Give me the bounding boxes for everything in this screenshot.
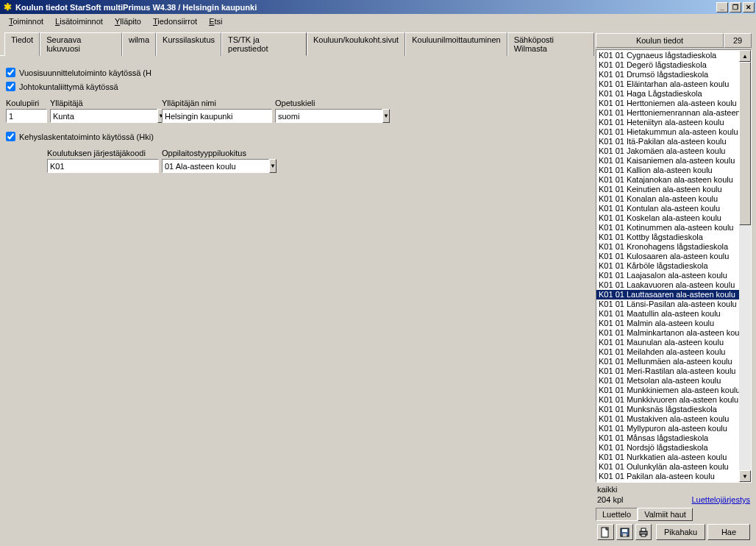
list-item[interactable]: K01 01 Mustakiven ala-asteen koulu xyxy=(596,414,739,424)
combo-opetuskieli[interactable] xyxy=(275,109,382,123)
tab-kurssilaskutus[interactable]: Kurssilaskutus xyxy=(156,32,221,56)
content-pane: TiedotSeuraava lukuvuosiwilmaKurssilasku… xyxy=(0,29,594,546)
minitab-luettelo[interactable]: Luettelo xyxy=(596,508,638,521)
list-item[interactable]: K01 01 Oulunkylän ala-asteen koulu xyxy=(596,462,739,472)
list-item[interactable]: K01 01 Cygnaeus lågstadieskola xyxy=(596,51,739,60)
combo-oppilaitos[interactable] xyxy=(162,159,269,173)
list-item[interactable]: K01 01 Meri-Rastilan ala-asteen koulu xyxy=(596,366,739,376)
close-button[interactable]: ✕ xyxy=(743,2,755,13)
svg-rect-2 xyxy=(622,529,627,532)
menu-etsi[interactable]: Etsi xyxy=(203,15,228,27)
list-item[interactable]: K01 01 Malminkartanon ala-asteen koulu xyxy=(596,328,739,338)
input-koulupiiri[interactable] xyxy=(6,109,47,123)
list-item[interactable]: K01 01 Drumsö lågstadieskola xyxy=(596,70,739,79)
pikahaku-button[interactable]: Pikahaku xyxy=(656,524,705,540)
label-oppilaitos: Oppilaitostyyppiluokitus xyxy=(162,149,271,157)
tab-ts-tk-ja-perustiedot[interactable]: TS/TK ja perustiedot xyxy=(221,32,307,56)
list-item[interactable]: K01 01 Länsi-Pasilan ala-asteen koulu xyxy=(596,299,739,309)
list-item[interactable]: K01 01 Kallion ala-asteen koulu xyxy=(596,166,739,175)
list-item[interactable]: K01 01 Laajasalon ala-asteen koulu xyxy=(596,271,739,280)
link-luettelojarjestys[interactable]: Luettelojärjestys xyxy=(692,495,751,504)
chevron-down-icon[interactable]: ▼ xyxy=(382,109,390,123)
list-item[interactable]: K01 01 Kulosaaren ala-asteen koulu xyxy=(596,252,739,261)
tab-seuraava-lukuvuosi[interactable]: Seuraava lukuvuosi xyxy=(40,32,122,56)
list-item[interactable]: K01 01 Maatullin ala-asteen koulu xyxy=(596,309,739,319)
scroll-down-icon[interactable]: ▼ xyxy=(739,470,751,482)
new-doc-icon[interactable] xyxy=(597,524,614,540)
list-item[interactable]: K01 01 Haga Lågstadieskola xyxy=(596,89,739,99)
chk-johtokunta-label: Johtokuntaliittymä käytössä xyxy=(19,82,118,91)
label-koulupiiri: Koulupiiri xyxy=(6,99,47,107)
list-item[interactable]: K01 01 Lauttasaaren ala-asteen koulu xyxy=(596,290,739,299)
input-yllapitajan-nimi[interactable] xyxy=(162,109,272,123)
list-item[interactable]: K01 01 Munkkivuoren ala-asteen koulu xyxy=(596,395,739,405)
chk-johtokunta[interactable] xyxy=(6,82,15,91)
list-item[interactable]: K01 01 Degerö lågstadieskola xyxy=(596,60,739,70)
svg-rect-5 xyxy=(641,528,646,531)
chk-kehyslaskenta-label: Kehyslaskentatoiminto käytössä (Hki) xyxy=(19,132,154,141)
list-item[interactable]: K01 01 Mellunmäen ala-asteen koulu xyxy=(596,357,739,366)
list-item[interactable]: K01 01 Kaisaniemen ala-asteen koulu xyxy=(596,156,739,166)
list-item[interactable]: K01 01 Katajanokan ala-asteen koulu xyxy=(596,175,739,185)
list-item[interactable]: K01 01 Heteniityn ala-asteen koulu xyxy=(596,118,739,127)
menu-yllapito[interactable]: Ylläpito xyxy=(109,15,147,27)
school-listbox[interactable]: K01 01 Cygnaeus lågstadieskolaK01 01 Deg… xyxy=(596,49,752,483)
label-opetuskieli: Opetuskieli xyxy=(275,99,384,107)
list-item[interactable]: K01 01 Malmin ala-asteen koulu xyxy=(596,319,739,328)
list-item[interactable]: K01 01 Kårböle lågstadieskola xyxy=(596,261,739,271)
menu-tiedonsiirrot[interactable]: Tiedonsiirrot xyxy=(147,15,203,27)
list-item[interactable]: K01 01 Jakomäen ala-asteen koulu xyxy=(596,146,739,156)
list-item[interactable]: K01 01 Maunulan ala-asteen koulu xyxy=(596,338,739,347)
list-item[interactable]: K01 01 Pakilan ala-asteen koulu xyxy=(596,472,739,481)
list-item[interactable]: K01 01 Meilahden ala-asteen koulu xyxy=(596,347,739,357)
tab-kouluunilmoittautuminen[interactable]: Kouluunilmoittautuminen xyxy=(405,32,507,56)
chk-kehyslaskenta[interactable] xyxy=(6,132,15,141)
minimize-button[interactable]: _ xyxy=(716,2,728,13)
list-item[interactable]: K01 01 Itä-Pakilan ala-asteen koulu xyxy=(596,137,739,146)
list-item[interactable]: K01 01 Herttoniemenrannan ala-asteen k xyxy=(596,108,739,118)
menu-toiminnot[interactable]: Toiminnot xyxy=(3,15,49,27)
scroll-thumb[interactable] xyxy=(739,62,751,225)
list-item[interactable]: K01 01 Laakavuoren ala-asteen koulu xyxy=(596,280,739,290)
titlebar: ✱ Koulun tiedot StarSoft multiPrimus W4.… xyxy=(0,0,756,14)
list-item[interactable]: K01 01 Konalan ala-asteen koulu xyxy=(596,194,739,204)
side-panel-count: 29 xyxy=(724,33,752,48)
list-item[interactable]: K01 01 Munksnäs lågstadieskola xyxy=(596,405,739,414)
save-icon[interactable] xyxy=(616,524,633,540)
list-item[interactable]: K01 01 Kronohagens lågstadieskola xyxy=(596,242,739,252)
list-item[interactable]: K01 01 Nurkkatien ala-asteen koulu xyxy=(596,453,739,462)
list-item[interactable]: K01 01 Munkkiniemen ala-asteen koulu xyxy=(596,386,739,395)
scroll-up-icon[interactable]: ▲ xyxy=(739,50,751,62)
tab-wilma[interactable]: wilma xyxy=(122,32,156,56)
chk-vuosisuunnittelu[interactable] xyxy=(6,68,15,77)
menu-lisatoiminnot[interactable]: Lisätoiminnot xyxy=(49,15,109,27)
combo-yllapitaja[interactable] xyxy=(50,109,157,123)
list-item[interactable]: K01 01 Hietakummun ala-asteen koulu xyxy=(596,127,739,137)
list-item[interactable]: K01 01 Keinutien ala-asteen koulu xyxy=(596,185,739,194)
list-item[interactable]: K01 01 Kotinummen ala-asteen koulu xyxy=(596,223,739,233)
list-item[interactable]: K01 01 Nordsjö lågstadieskola xyxy=(596,443,739,453)
minitab-valmiit-haut[interactable]: Valmiit haut xyxy=(638,508,693,521)
list-item[interactable]: K01 01 Kottby lågstadieskola xyxy=(596,233,739,242)
list-item[interactable]: K01 01 Herttoniemen ala-asteen koulu xyxy=(596,99,739,108)
window-title: Koulun tiedot StarSoft multiPrimus W4.38… xyxy=(15,3,716,12)
label-yllapitaja: Ylläpitäjä xyxy=(50,99,159,107)
print-icon[interactable] xyxy=(635,524,652,540)
hae-button[interactable]: Hae xyxy=(707,524,750,540)
tab-tiedot[interactable]: Tiedot xyxy=(4,32,40,56)
list-item[interactable]: K01 01 Koskelan ala-asteen koulu xyxy=(596,213,739,223)
list-item[interactable]: K01 01 Kontulan ala-asteen koulu xyxy=(596,204,739,213)
list-item[interactable]: K01 01 Metsolan ala-asteen koulu xyxy=(596,376,739,386)
input-koulutuksen[interactable] xyxy=(47,159,159,173)
tab-s-hk-posti-wilmasta[interactable]: Sähköposti Wilmasta xyxy=(507,32,594,56)
scroll-track[interactable] xyxy=(739,62,751,470)
list-item[interactable]: K01 01 Myllypuron ala-asteen koulu xyxy=(596,424,739,433)
maximize-button[interactable]: ❐ xyxy=(730,2,741,13)
status-kaikki: kaikki xyxy=(597,485,750,494)
list-item[interactable]: K01 01 Månsas lågstadieskola xyxy=(596,433,739,443)
tab-kouluun-koulukoht-sivut[interactable]: Kouluun/koulukoht.sivut xyxy=(307,32,405,56)
svg-rect-3 xyxy=(623,533,627,536)
scrollbar[interactable]: ▲ ▼ xyxy=(739,50,751,482)
list-item[interactable]: K01 01 Eläintarhan ala-asteen koulu xyxy=(596,79,739,89)
chevron-down-icon[interactable]: ▼ xyxy=(269,159,277,173)
